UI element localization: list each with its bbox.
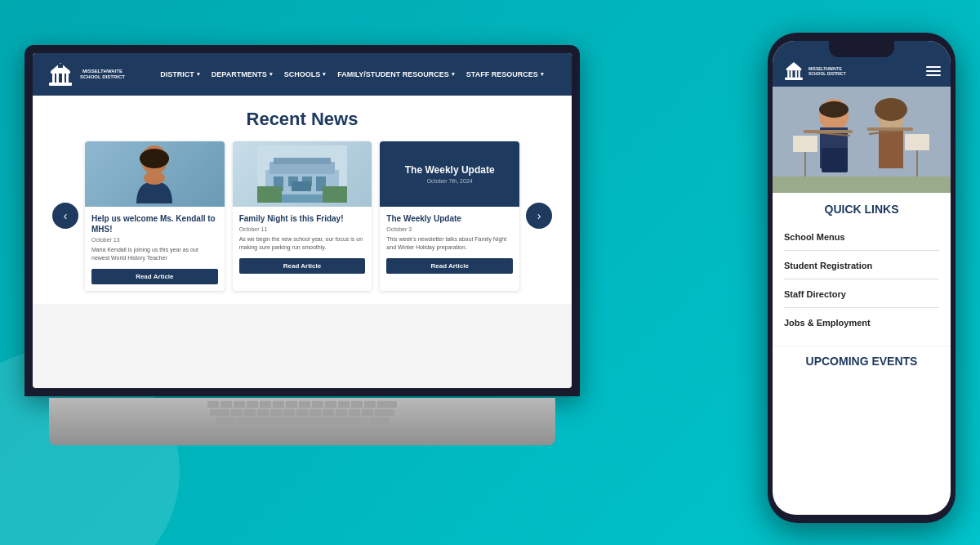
- laptop-logo-text: MISSELTHWAITE SCHOOL DISTRICT: [80, 69, 125, 79]
- nav-item-district[interactable]: DISTRICT ▾: [160, 70, 200, 78]
- svg-rect-20: [292, 181, 311, 191]
- svg-point-42: [875, 98, 907, 121]
- newsletter-title: The Weekly Update: [405, 164, 495, 177]
- key: [210, 409, 229, 416]
- key: [377, 401, 397, 408]
- key: [299, 401, 310, 408]
- laptop-navbar: MISSELTHWAITE SCHOOL DISTRICT DISTRICT ▾…: [33, 53, 572, 96]
- laptop-nav-items: DISTRICT ▾ DEPARTMENTS ▾ SCHOOLS ▾ FAMIL…: [145, 70, 559, 78]
- key: [349, 409, 360, 416]
- news-card-3-btn[interactable]: Read Article: [386, 258, 513, 274]
- nav-item-departments[interactable]: DEPARTMENTS ▾: [212, 70, 273, 78]
- phone-quick-links-section: QUICK LINKS School Menus Student Registr…: [773, 193, 951, 346]
- phone-logo: MISSELTHWAITE SCHOOL DISTRICT: [782, 60, 846, 83]
- news-card-2-date: October 11: [239, 226, 366, 232]
- quick-link-label: Student Registration: [784, 261, 872, 270]
- quick-link-label: Staff Directory: [784, 289, 846, 299]
- nav-item-family[interactable]: FAMILY/STUDENT RESOURCES ▾: [337, 70, 455, 78]
- quick-link-jobs-employment[interactable]: Jobs & Employment: [784, 308, 939, 336]
- key: [273, 401, 284, 408]
- svg-rect-21: [257, 186, 282, 203]
- section-title: Recent News: [52, 109, 552, 130]
- news-card-1-btn[interactable]: Read Article: [91, 269, 218, 284]
- chevron-down-icon: ▾: [452, 71, 455, 78]
- key: [247, 401, 258, 408]
- news-card-1-date: October 13: [91, 237, 218, 243]
- key: [220, 401, 232, 408]
- key: [231, 409, 243, 416]
- news-card-3-title: The Weekly Update: [386, 213, 513, 224]
- svg-rect-26: [791, 70, 792, 78]
- news-card-2: Family Night is this Friday! October 11 …: [233, 141, 372, 291]
- newsletter-date: October 7th, 2024: [427, 178, 473, 184]
- news-carousel: ‹: [52, 141, 552, 291]
- phone-screen: MISSELTHWAITE SCHOOL DISTRICT: [773, 41, 951, 515]
- news-card-1: Help us welcome Ms. Kendall to MHS! Octo…: [85, 141, 225, 291]
- key: [296, 409, 308, 416]
- svg-rect-47: [773, 176, 951, 193]
- key: [244, 409, 256, 416]
- quick-link-label: School Menus: [784, 232, 845, 242]
- quick-link-staff-directory[interactable]: Staff Directory: [784, 279, 939, 308]
- keyboard-row-2: [210, 409, 394, 416]
- news-cards-container: Help us welcome Ms. Kendall to MHS! Octo…: [85, 141, 519, 291]
- violin-students-svg: [773, 87, 951, 193]
- quick-link-school-menus[interactable]: School Menus: [784, 222, 939, 251]
- key: [364, 401, 376, 408]
- key: [312, 401, 323, 408]
- quick-link-label: Jobs & Employment: [784, 318, 871, 328]
- chevron-down-icon: ▾: [323, 71, 326, 78]
- hamburger-line: [926, 66, 941, 68]
- chevron-down-icon: ▾: [197, 71, 200, 78]
- laptop-logo-icon: [46, 60, 75, 89]
- svg-rect-43: [793, 136, 817, 152]
- svg-rect-4: [62, 74, 65, 83]
- key: [286, 401, 297, 408]
- svg-rect-28: [798, 70, 800, 78]
- svg-rect-7: [58, 64, 63, 68]
- chevron-down-icon: ▾: [270, 71, 273, 78]
- laptop-content: Recent News ‹: [33, 96, 572, 304]
- news-card-2-desc: As we begin the new school year, our foc…: [239, 235, 366, 252]
- nav-item-staff[interactable]: STAFF RESOURCES ▾: [466, 70, 544, 78]
- laptop-device: MISSELTHWAITE SCHOOL DISTRICT DISTRICT ▾…: [24, 45, 612, 478]
- hamburger-line: [926, 74, 941, 76]
- hamburger-menu-button[interactable]: [926, 66, 941, 76]
- phone-logo-icon: [782, 60, 805, 83]
- phone-notch: [829, 41, 894, 57]
- quick-links-title: QUICK LINKS: [784, 203, 939, 216]
- carousel-next-button[interactable]: ›: [526, 203, 552, 229]
- key: [336, 409, 347, 416]
- news-card-2-body: Family Night is this Friday! October 11 …: [233, 207, 372, 280]
- key: [260, 401, 271, 408]
- svg-point-37: [819, 101, 849, 118]
- nav-item-schools[interactable]: SCHOOLS ▾: [284, 70, 327, 78]
- key: [310, 409, 321, 416]
- hamburger-line: [926, 70, 941, 72]
- news-card-2-btn[interactable]: Read Article: [239, 258, 366, 274]
- laptop-screen: MISSELTHWAITE SCHOOL DISTRICT DISTRICT ▾…: [33, 53, 572, 388]
- key: [234, 401, 245, 408]
- key: [351, 401, 363, 408]
- svg-rect-34: [822, 148, 848, 172]
- person-illustration: [130, 142, 179, 206]
- svg-rect-45: [905, 134, 929, 150]
- svg-marker-29: [786, 62, 802, 69]
- news-card-3-date: October 3: [386, 226, 513, 232]
- svg-rect-25: [787, 70, 789, 78]
- news-card-1-image: [85, 141, 225, 207]
- laptop-keyboard: [49, 398, 555, 445]
- key: [216, 418, 235, 424]
- spacebar-key: [237, 418, 368, 424]
- svg-rect-22: [323, 186, 347, 203]
- key: [369, 418, 389, 424]
- news-card-3: The Weekly Update October 7th, 2024 The …: [380, 141, 519, 291]
- carousel-prev-button[interactable]: ‹: [52, 203, 78, 229]
- svg-rect-39: [879, 129, 903, 168]
- news-card-3-desc: This week's newsletter talks about Famil…: [386, 235, 513, 252]
- svg-rect-27: [795, 70, 797, 78]
- quick-link-student-registration[interactable]: Student Registration: [784, 251, 939, 279]
- phone-hero-image: [773, 87, 951, 193]
- svg-rect-1: [51, 71, 70, 74]
- building-illustration: [257, 145, 347, 203]
